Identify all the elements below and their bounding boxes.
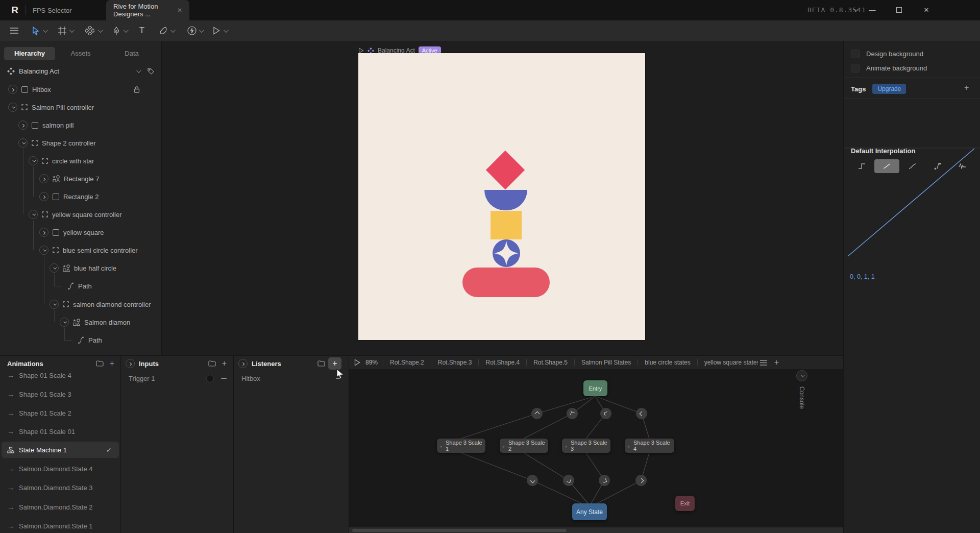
add-input-button[interactable]: + bbox=[222, 359, 227, 368]
tree-row-path[interactable]: Path bbox=[0, 277, 161, 295]
expand-chevron-icon[interactable] bbox=[39, 246, 48, 255]
select-tool-icon[interactable] bbox=[30, 25, 42, 37]
animation-item[interactable]: → Salmon.Diamond.State 3 bbox=[0, 479, 120, 496]
transition-icon[interactable] bbox=[635, 475, 647, 486]
close-icon[interactable]: ✕ bbox=[177, 7, 182, 14]
artboard-tool-icon[interactable] bbox=[56, 25, 68, 37]
tab-list-icon[interactable] bbox=[760, 360, 767, 366]
tree-row-shape-2-controller[interactable]: Shape 2 controller bbox=[0, 134, 161, 152]
animation-item[interactable]: → Salmon.Diamond.State 1 bbox=[0, 518, 120, 533]
tree-row-circle-with-star[interactable]: circle with star bbox=[0, 152, 161, 169]
transition-icon[interactable] bbox=[567, 408, 578, 419]
animation-item[interactable]: → Shape 01 Scale 3 bbox=[0, 386, 120, 402]
tag-icon[interactable] bbox=[148, 68, 154, 75]
listener-row-hitbox[interactable]: Hitbox bbox=[241, 371, 341, 385]
console-collapse-icon[interactable] bbox=[796, 370, 807, 381]
shape-salmon-pill[interactable] bbox=[462, 268, 550, 297]
folder-icon[interactable] bbox=[96, 360, 104, 367]
canvas-area[interactable]: Balancing Act Active bbox=[162, 41, 843, 355]
tree-row-hitbox[interactable]: Hitbox bbox=[0, 81, 161, 98]
expand-chevron-icon[interactable] bbox=[39, 174, 48, 183]
shape-red-diamond[interactable] bbox=[486, 151, 525, 189]
add-tag-button[interactable]: + bbox=[964, 84, 969, 92]
statemachine-graph[interactable]: Entry → Shape 3 Scale 1 → Shape 3 Scale … bbox=[349, 369, 843, 527]
window-minimize-button[interactable]: — bbox=[868, 6, 877, 15]
play-icon[interactable] bbox=[354, 359, 360, 366]
exit-node[interactable]: Exit bbox=[675, 496, 695, 511]
transition-icon[interactable] bbox=[636, 408, 647, 419]
tree-row-salmon-diamon[interactable]: Salmon diamon bbox=[0, 313, 161, 331]
shape-circle-with-star[interactable] bbox=[492, 239, 521, 268]
collapse-chevron-icon[interactable] bbox=[238, 359, 248, 368]
tab-hierarchy[interactable]: Hierarchy bbox=[4, 47, 55, 60]
statemachine-zoom-level[interactable]: 89% bbox=[360, 359, 383, 366]
expand-chevron-icon[interactable] bbox=[60, 318, 69, 327]
sm-tab[interactable]: Rot.Shape.3 bbox=[431, 359, 479, 366]
upgrade-badge[interactable]: Upgrade bbox=[872, 84, 906, 94]
design-background-checkbox[interactable] bbox=[851, 50, 860, 58]
animate-background-checkbox[interactable] bbox=[851, 64, 860, 72]
tree-row-path[interactable]: Path bbox=[0, 331, 161, 349]
expand-chevron-icon[interactable] bbox=[50, 300, 59, 309]
add-statemachine-tab-button[interactable]: + bbox=[774, 358, 779, 367]
chevron-down-icon[interactable] bbox=[69, 28, 75, 33]
tab-assets[interactable]: Assets bbox=[55, 47, 106, 60]
text-tool-icon[interactable]: T bbox=[136, 25, 148, 37]
state-node-shape-3-scale-3[interactable]: → Shape 3 Scale 3 bbox=[562, 439, 610, 453]
expand-chevron-icon[interactable] bbox=[18, 120, 28, 130]
sm-tab[interactable]: blue circle states bbox=[638, 359, 697, 366]
sm-tab[interactable]: Rot.Shape.5 bbox=[527, 359, 574, 366]
animation-item[interactable]: → Shape 01 Scale 4 bbox=[0, 367, 120, 383]
expand-chevron-icon[interactable] bbox=[8, 103, 17, 112]
animation-item-state-machine[interactable]: State Machine 1 ✓ bbox=[2, 442, 119, 458]
lock-icon[interactable] bbox=[134, 86, 140, 93]
sm-tab[interactable]: yellow square states bbox=[698, 359, 758, 366]
input-row-trigger-1[interactable]: Trigger 1 bbox=[129, 371, 227, 385]
tree-row-salmon-pill[interactable]: salmon pill bbox=[0, 116, 161, 134]
animation-item[interactable]: → Salmon.Diamond.State 4 bbox=[0, 461, 120, 477]
chevron-down-icon[interactable] bbox=[124, 28, 129, 33]
expand-chevron-icon[interactable] bbox=[39, 228, 48, 237]
any-state-node[interactable]: Any State bbox=[572, 503, 607, 520]
scrollbar-thumb[interactable] bbox=[352, 529, 567, 532]
remove-input-icon[interactable] bbox=[221, 378, 227, 379]
expand-chevron-icon[interactable] bbox=[8, 85, 17, 94]
tree-row-salmon-diamond-controller[interactable]: salmon diamond controller bbox=[0, 296, 161, 313]
folder-icon[interactable] bbox=[317, 360, 325, 367]
state-node-shape-3-scale-2[interactable]: → Shape 3 Scale 2 bbox=[500, 439, 548, 453]
folder-icon[interactable] bbox=[208, 360, 216, 367]
tree-row-salmon-pill-controller[interactable]: Salmon Pill controller bbox=[0, 99, 161, 116]
animation-item[interactable]: → Salmon.Diamond.State 2 bbox=[0, 499, 120, 515]
sm-tab[interactable]: Rot.Shape.2 bbox=[383, 359, 431, 366]
collapse-chevron-icon[interactable] bbox=[126, 359, 135, 368]
shape-yellow-square[interactable] bbox=[491, 211, 522, 239]
console-label[interactable]: Console bbox=[798, 386, 805, 409]
state-node-shape-3-scale-4[interactable]: → Shape 3 Scale 4 bbox=[625, 439, 674, 453]
transition-icon[interactable] bbox=[599, 475, 610, 486]
bone-tool-icon[interactable] bbox=[157, 25, 169, 37]
statemachine-scrollbar[interactable] bbox=[349, 527, 843, 533]
add-animation-button[interactable]: + bbox=[110, 359, 114, 368]
expand-chevron-icon[interactable] bbox=[39, 192, 48, 201]
chevron-down-icon[interactable] bbox=[98, 28, 103, 33]
animation-item[interactable]: → Shape 01 Scale 2 bbox=[0, 405, 120, 421]
chevron-down-icon[interactable] bbox=[199, 28, 204, 33]
animation-item[interactable]: → Shape 01 Scale 01 bbox=[0, 423, 120, 440]
sm-tab[interactable]: Salmon Pill States bbox=[575, 359, 638, 366]
shape-blue-semicircle[interactable] bbox=[484, 190, 527, 210]
trigger-fire-button[interactable] bbox=[206, 375, 214, 382]
expand-chevron-icon[interactable] bbox=[50, 263, 59, 273]
interpolation-curve-editor[interactable] bbox=[844, 134, 980, 272]
transition-icon[interactable] bbox=[531, 408, 543, 419]
tree-row-rectangle-7[interactable]: Rectangle 7 bbox=[0, 170, 161, 187]
transition-icon[interactable] bbox=[600, 408, 611, 419]
tree-row-rectangle-2[interactable]: Rectangle 2 bbox=[0, 188, 161, 205]
transition-icon[interactable] bbox=[527, 475, 538, 486]
play-tool-icon[interactable] bbox=[210, 25, 223, 37]
expand-chevron-icon[interactable] bbox=[29, 210, 38, 219]
tree-row-blue-half-circle[interactable]: blue half circle bbox=[0, 259, 161, 277]
expand-chevron-icon[interactable] bbox=[29, 156, 38, 165]
state-node-shape-3-scale-1[interactable]: → Shape 3 Scale 1 bbox=[437, 439, 485, 453]
tree-row-artboard[interactable]: Balancing Act bbox=[0, 62, 161, 80]
window-maximize-button[interactable] bbox=[896, 7, 902, 13]
